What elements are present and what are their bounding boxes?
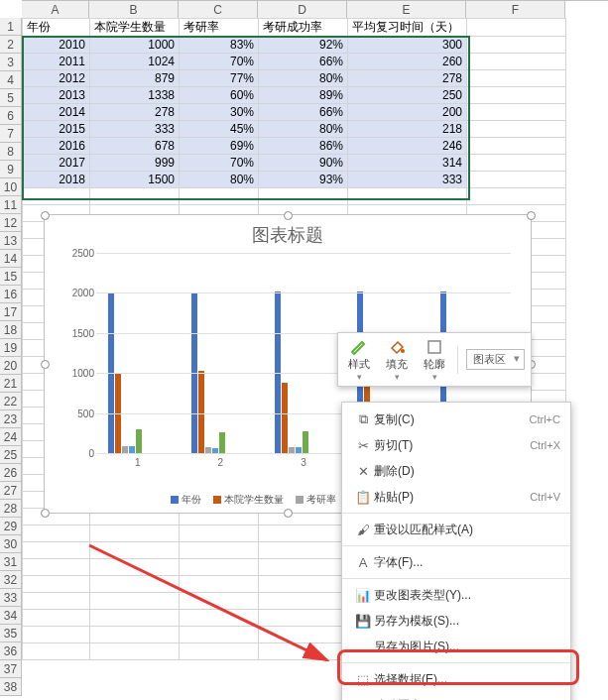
col-header-D[interactable]: D [258, 1, 347, 19]
cell[interactable] [23, 593, 90, 610]
cell[interactable] [23, 525, 90, 542]
menu-item[interactable]: 🖌重设以匹配样式(A) [342, 517, 570, 542]
chart-bar[interactable] [303, 431, 308, 453]
cell[interactable] [467, 87, 566, 104]
cell[interactable] [23, 643, 90, 660]
row-header-16[interactable]: 16 [0, 286, 22, 303]
cell[interactable]: 2013 [23, 87, 90, 104]
cell[interactable] [23, 576, 90, 593]
chart-title[interactable]: 图表标题 [45, 223, 531, 247]
cell[interactable]: 考研成功率 [259, 19, 348, 37]
cell[interactable] [180, 542, 259, 559]
cell[interactable]: 678 [90, 138, 180, 155]
col-header-B[interactable]: B [89, 1, 179, 19]
cell[interactable] [180, 627, 259, 643]
cell[interactable] [180, 610, 259, 627]
col-header-F[interactable]: F [466, 1, 565, 19]
menu-item[interactable]: A字体(F)... [342, 549, 570, 575]
cell[interactable]: 年份 [23, 19, 90, 37]
cell[interactable] [23, 188, 90, 205]
row-header-25[interactable]: 25 [0, 446, 22, 464]
cell[interactable]: 66% [259, 54, 348, 70]
row-header-24[interactable]: 24 [0, 428, 22, 446]
cell[interactable]: 考研率 [180, 19, 259, 37]
cell[interactable] [259, 525, 348, 542]
cell[interactable] [90, 627, 180, 643]
cell[interactable]: 92% [259, 37, 348, 54]
row-header-30[interactable]: 30 [0, 535, 22, 553]
cell[interactable] [467, 188, 566, 205]
row-header-17[interactable]: 17 [0, 303, 22, 321]
cell[interactable]: 66% [259, 104, 348, 121]
row-header-7[interactable]: 7 [0, 125, 22, 143]
cell[interactable]: 278 [90, 104, 180, 121]
cell[interactable] [90, 542, 180, 559]
row-header-37[interactable]: 37 [0, 660, 22, 678]
row-header-29[interactable]: 29 [0, 518, 22, 535]
cell[interactable]: 80% [259, 70, 348, 87]
row-header-27[interactable]: 27 [0, 482, 22, 500]
cell[interactable] [180, 643, 259, 660]
cell[interactable]: 300 [348, 37, 467, 54]
chart-bar[interactable] [129, 446, 135, 453]
cell[interactable] [90, 188, 180, 205]
row-header-6[interactable]: 6 [0, 107, 22, 125]
menu-item[interactable]: ⬚选择数据(E)... [342, 666, 570, 692]
menu-item[interactable]: 💾另存为模板(S)... [342, 608, 570, 634]
col-header-A[interactable]: A [22, 1, 89, 19]
cell[interactable]: 30% [180, 104, 259, 121]
cell[interactable]: 200 [348, 104, 467, 121]
cell[interactable]: 2010 [23, 37, 90, 54]
cell[interactable]: 250 [348, 87, 467, 104]
resize-handle[interactable] [41, 211, 50, 220]
row-header-22[interactable]: 22 [0, 393, 22, 410]
col-header-C[interactable]: C [179, 1, 258, 19]
cell[interactable] [467, 104, 566, 121]
cell[interactable] [180, 593, 259, 610]
menu-item[interactable]: ✕删除(D) [342, 458, 570, 484]
legend-item[interactable]: 考研率 [292, 493, 336, 507]
cell[interactable]: 246 [348, 138, 467, 155]
cell[interactable] [348, 188, 467, 205]
menu-item[interactable]: ⧉复制(C)Ctrl+C [342, 407, 570, 432]
cell[interactable] [23, 610, 90, 627]
cell[interactable]: 879 [90, 70, 180, 87]
row-header-10[interactable]: 10 [0, 178, 22, 196]
cell[interactable] [259, 627, 348, 643]
cell[interactable] [259, 593, 348, 610]
cell[interactable] [467, 121, 566, 138]
chart-bar[interactable] [282, 383, 288, 453]
cell[interactable] [259, 610, 348, 627]
cell[interactable]: 1500 [90, 172, 180, 188]
row-header-3[interactable]: 3 [0, 54, 22, 71]
cell[interactable] [180, 525, 259, 542]
cell[interactable] [90, 643, 180, 660]
cell[interactable] [180, 576, 259, 593]
cell[interactable]: 333 [348, 172, 467, 188]
row-header-28[interactable]: 28 [0, 500, 22, 518]
cell[interactable] [467, 70, 566, 87]
cell[interactable]: 86% [259, 138, 348, 155]
cell[interactable]: 2014 [23, 104, 90, 121]
cell[interactable] [467, 37, 566, 54]
mini-toolbar[interactable]: 样式▾ 填充▾ 轮廓▾ 图表区 [337, 332, 532, 387]
row-header-4[interactable]: 4 [0, 71, 22, 89]
cell[interactable]: 999 [90, 155, 180, 172]
cell[interactable]: 2017 [23, 155, 90, 172]
cell[interactable]: 2015 [23, 121, 90, 138]
cell[interactable]: 314 [348, 155, 467, 172]
cell[interactable]: 218 [348, 121, 467, 138]
cell[interactable]: 70% [180, 54, 259, 70]
row-header-20[interactable]: 20 [0, 357, 22, 375]
cell[interactable] [23, 542, 90, 559]
legend-item[interactable]: 本院学生数量 [209, 493, 284, 507]
cell[interactable]: 70% [180, 155, 259, 172]
menu-item[interactable]: 另存为图片(S)... [342, 634, 570, 659]
row-header-34[interactable]: 34 [0, 607, 22, 625]
cell[interactable]: 89% [259, 87, 348, 104]
cell[interactable]: 77% [180, 70, 259, 87]
cell[interactable]: 1024 [90, 54, 180, 70]
cell[interactable]: 69% [180, 138, 259, 155]
menu-item[interactable]: 📊更改图表类型(Y)... [342, 582, 570, 608]
cell[interactable] [90, 610, 180, 627]
